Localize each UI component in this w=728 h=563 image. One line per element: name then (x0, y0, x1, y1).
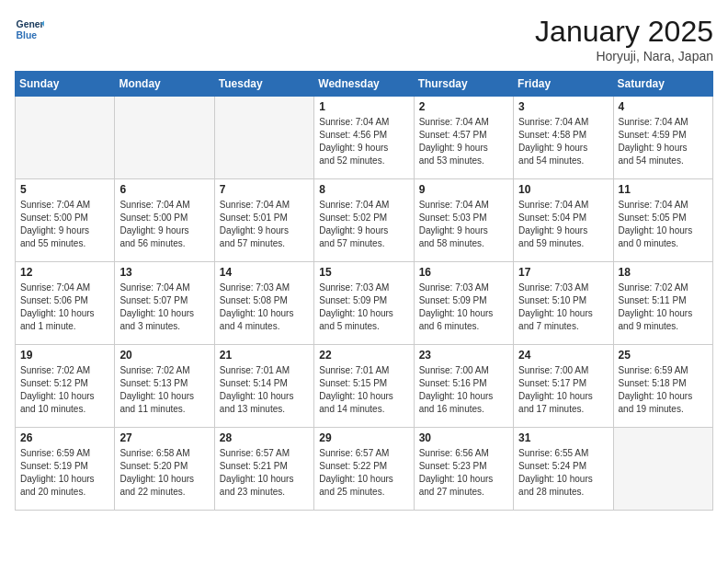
day-number: 1 (319, 100, 408, 113)
day-info: Sunrise: 7:04 AM Sunset: 5:02 PM Dayligh… (319, 199, 408, 250)
location: Horyuji, Nara, Japan (535, 49, 713, 63)
day-number: 25 (619, 349, 708, 362)
day-number: 19 (20, 349, 109, 362)
calendar-cell: 6Sunrise: 7:04 AM Sunset: 5:00 PM Daylig… (115, 179, 214, 262)
calendar-cell: 5Sunrise: 7:04 AM Sunset: 5:00 PM Daylig… (16, 179, 115, 262)
weekday-header: Thursday (414, 72, 513, 97)
day-number: 27 (119, 431, 209, 444)
calendar: SundayMondayTuesdayWednesdayThursdayFrid… (15, 71, 713, 511)
day-info: Sunrise: 7:03 AM Sunset: 5:10 PM Dayligh… (518, 282, 608, 333)
calendar-cell (214, 97, 313, 179)
calendar-cell: 9Sunrise: 7:04 AM Sunset: 5:03 PM Daylig… (414, 179, 513, 262)
week-row: 19Sunrise: 7:02 AM Sunset: 5:12 PM Dayli… (16, 345, 713, 428)
day-number: 26 (20, 431, 109, 444)
day-number: 7 (220, 183, 309, 196)
day-number: 20 (119, 349, 209, 362)
weekday-header: Monday (115, 72, 214, 97)
calendar-cell: 7Sunrise: 7:04 AM Sunset: 5:01 PM Daylig… (214, 179, 313, 262)
day-info: Sunrise: 7:04 AM Sunset: 5:07 PM Dayligh… (119, 282, 209, 333)
calendar-cell (613, 428, 712, 511)
day-info: Sunrise: 7:04 AM Sunset: 4:59 PM Dayligh… (619, 116, 708, 167)
calendar-cell: 25Sunrise: 6:59 AM Sunset: 5:18 PM Dayli… (613, 345, 712, 428)
day-number: 10 (518, 183, 608, 196)
calendar-cell: 22Sunrise: 7:01 AM Sunset: 5:15 PM Dayli… (314, 345, 414, 428)
day-info: Sunrise: 7:04 AM Sunset: 4:57 PM Dayligh… (419, 116, 508, 167)
weekday-header: Friday (514, 72, 613, 97)
calendar-cell (16, 97, 115, 179)
day-number: 15 (319, 266, 408, 279)
day-number: 29 (319, 431, 408, 444)
calendar-cell: 26Sunrise: 6:59 AM Sunset: 5:19 PM Dayli… (16, 428, 115, 511)
day-info: Sunrise: 6:59 AM Sunset: 5:19 PM Dayligh… (20, 447, 109, 499)
day-info: Sunrise: 7:04 AM Sunset: 5:03 PM Dayligh… (419, 199, 508, 250)
weekday-header-row: SundayMondayTuesdayWednesdayThursdayFrid… (16, 72, 713, 97)
calendar-cell: 4Sunrise: 7:04 AM Sunset: 4:59 PM Daylig… (613, 97, 712, 179)
day-number: 9 (419, 183, 508, 196)
calendar-body: 1Sunrise: 7:04 AM Sunset: 4:56 PM Daylig… (16, 97, 713, 511)
day-info: Sunrise: 7:03 AM Sunset: 5:08 PM Dayligh… (220, 282, 309, 333)
day-info: Sunrise: 7:04 AM Sunset: 5:00 PM Dayligh… (20, 199, 109, 250)
calendar-cell: 24Sunrise: 7:00 AM Sunset: 5:17 PM Dayli… (514, 345, 613, 428)
day-number: 24 (518, 349, 608, 362)
day-info: Sunrise: 7:04 AM Sunset: 5:06 PM Dayligh… (20, 282, 109, 333)
day-number: 18 (619, 266, 708, 279)
week-row: 5Sunrise: 7:04 AM Sunset: 5:00 PM Daylig… (16, 179, 713, 262)
day-info: Sunrise: 7:03 AM Sunset: 5:09 PM Dayligh… (419, 282, 508, 333)
calendar-cell (115, 97, 214, 179)
day-number: 23 (419, 349, 508, 362)
day-number: 3 (518, 100, 608, 113)
day-info: Sunrise: 6:55 AM Sunset: 5:24 PM Dayligh… (518, 447, 608, 499)
weekday-header: Tuesday (214, 72, 313, 97)
day-number: 8 (319, 183, 408, 196)
calendar-cell: 11Sunrise: 7:04 AM Sunset: 5:05 PM Dayli… (613, 179, 712, 262)
calendar-cell: 31Sunrise: 6:55 AM Sunset: 5:24 PM Dayli… (514, 428, 613, 511)
calendar-cell: 30Sunrise: 6:56 AM Sunset: 5:23 PM Dayli… (414, 428, 513, 511)
calendar-cell: 16Sunrise: 7:03 AM Sunset: 5:09 PM Dayli… (414, 262, 513, 345)
day-info: Sunrise: 7:00 AM Sunset: 5:16 PM Dayligh… (419, 364, 508, 416)
logo: General Blue (15, 15, 44, 44)
day-info: Sunrise: 6:59 AM Sunset: 5:18 PM Dayligh… (619, 364, 708, 416)
calendar-header: SundayMondayTuesdayWednesdayThursdayFrid… (16, 72, 713, 97)
day-info: Sunrise: 7:00 AM Sunset: 5:17 PM Dayligh… (518, 364, 608, 416)
day-info: Sunrise: 7:01 AM Sunset: 5:14 PM Dayligh… (220, 364, 309, 416)
weekday-header: Wednesday (314, 72, 414, 97)
day-number: 28 (220, 431, 309, 444)
calendar-cell: 23Sunrise: 7:00 AM Sunset: 5:16 PM Dayli… (414, 345, 513, 428)
calendar-cell: 13Sunrise: 7:04 AM Sunset: 5:07 PM Dayli… (115, 262, 214, 345)
day-info: Sunrise: 7:04 AM Sunset: 5:01 PM Dayligh… (220, 199, 309, 250)
calendar-cell: 28Sunrise: 6:57 AM Sunset: 5:21 PM Dayli… (214, 428, 313, 511)
calendar-cell: 19Sunrise: 7:02 AM Sunset: 5:12 PM Dayli… (16, 345, 115, 428)
svg-text:General: General (17, 19, 44, 29)
calendar-cell: 15Sunrise: 7:03 AM Sunset: 5:09 PM Dayli… (314, 262, 414, 345)
day-info: Sunrise: 7:02 AM Sunset: 5:12 PM Dayligh… (20, 364, 109, 416)
calendar-cell: 14Sunrise: 7:03 AM Sunset: 5:08 PM Dayli… (214, 262, 313, 345)
calendar-cell: 27Sunrise: 6:58 AM Sunset: 5:20 PM Dayli… (115, 428, 214, 511)
day-info: Sunrise: 7:04 AM Sunset: 5:05 PM Dayligh… (619, 199, 708, 250)
calendar-cell: 29Sunrise: 6:57 AM Sunset: 5:22 PM Dayli… (314, 428, 414, 511)
day-number: 13 (119, 266, 209, 279)
calendar-cell: 10Sunrise: 7:04 AM Sunset: 5:04 PM Dayli… (514, 179, 613, 262)
calendar-cell: 21Sunrise: 7:01 AM Sunset: 5:14 PM Dayli… (214, 345, 313, 428)
day-info: Sunrise: 6:57 AM Sunset: 5:21 PM Dayligh… (220, 447, 309, 499)
day-info: Sunrise: 7:01 AM Sunset: 5:15 PM Dayligh… (319, 364, 408, 416)
weekday-header: Sunday (16, 72, 115, 97)
day-number: 5 (20, 183, 109, 196)
calendar-cell: 2Sunrise: 7:04 AM Sunset: 4:57 PM Daylig… (414, 97, 513, 179)
week-row: 12Sunrise: 7:04 AM Sunset: 5:06 PM Dayli… (16, 262, 713, 345)
calendar-cell: 12Sunrise: 7:04 AM Sunset: 5:06 PM Dayli… (16, 262, 115, 345)
day-info: Sunrise: 7:02 AM Sunset: 5:13 PM Dayligh… (119, 364, 209, 416)
day-number: 22 (319, 349, 408, 362)
day-number: 30 (419, 431, 508, 444)
day-number: 14 (220, 266, 309, 279)
day-number: 11 (619, 183, 708, 196)
weekday-header: Saturday (613, 72, 712, 97)
svg-text:Blue: Blue (17, 30, 38, 40)
day-info: Sunrise: 6:58 AM Sunset: 5:20 PM Dayligh… (119, 447, 209, 499)
day-number: 6 (119, 183, 209, 196)
calendar-cell: 18Sunrise: 7:02 AM Sunset: 5:11 PM Dayli… (613, 262, 712, 345)
day-number: 21 (220, 349, 309, 362)
day-number: 4 (619, 100, 708, 113)
day-info: Sunrise: 6:57 AM Sunset: 5:22 PM Dayligh… (319, 447, 408, 499)
day-number: 16 (419, 266, 508, 279)
logo-icon: General Blue (15, 15, 44, 44)
